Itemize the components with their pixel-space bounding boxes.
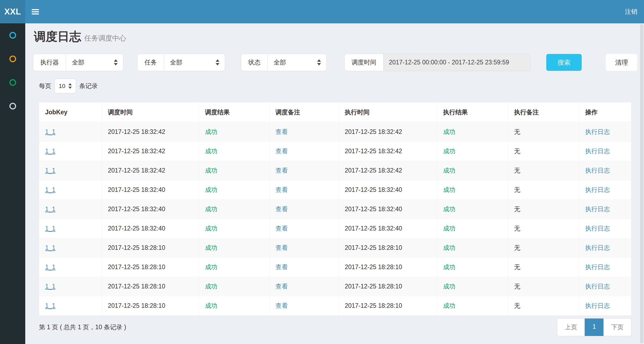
sidebar-item-3[interactable]	[0, 71, 25, 94]
handle-msg: 无	[514, 206, 520, 213]
table-cell: 成功	[437, 238, 508, 258]
prev-page-button[interactable]: 上页	[557, 319, 585, 336]
sidebar-toggle-button[interactable]	[25, 0, 45, 23]
column-header: 执行时间	[339, 103, 437, 122]
page-size-select[interactable]: 10	[55, 79, 76, 93]
app-logo[interactable]: XXL	[0, 0, 25, 23]
sidebar-item-1[interactable]	[0, 23, 25, 47]
page-size-control: 每页 10 条记录	[39, 79, 631, 93]
execution-log-link[interactable]: 执行日志	[585, 167, 610, 174]
trigger-result: 成功	[205, 244, 217, 251]
scrollbar-thumb[interactable]	[640, 24, 643, 343]
table-cell: 2017-12-25 18:28:10	[339, 277, 437, 296]
table-cell: 2017-12-25 18:32:40	[339, 180, 437, 200]
table-cell: 成功	[199, 258, 269, 277]
table-cell: 查看	[269, 142, 339, 161]
trigger-msg-link[interactable]: 查看	[276, 186, 288, 193]
sidebar-item-4[interactable]	[0, 94, 25, 118]
table-cell: 2017-12-25 18:28:10	[102, 277, 199, 296]
table-cell: 2017-12-25 18:28:10	[339, 296, 437, 316]
table-cell: 1_1	[39, 258, 102, 277]
handle-time: 2017-12-25 18:28:10	[345, 264, 402, 270]
trigger-msg-link[interactable]: 查看	[276, 244, 288, 251]
content-area: 调度日志任务调度中心 执行器 全部 任务 全部 状态 全部 调度时间	[25, 0, 644, 336]
job-select[interactable]: 全部	[164, 54, 225, 71]
handle-time: 2017-12-25 18:28:10	[345, 244, 402, 251]
hamburger-icon	[32, 13, 39, 14]
table-cell: 2017-12-25 18:28:10	[339, 258, 437, 277]
hamburger-icon	[32, 9, 39, 10]
trigger-msg-link[interactable]: 查看	[276, 148, 288, 155]
status-select[interactable]: 全部	[267, 54, 327, 71]
jobkey-link[interactable]: 1_1	[45, 186, 55, 193]
page-header: 调度日志任务调度中心	[33, 23, 637, 43]
clear-button[interactable]: 清理	[606, 54, 637, 71]
search-button[interactable]: 搜索	[546, 54, 582, 71]
jobkey-link[interactable]: 1_1	[45, 283, 55, 290]
circle-outline-icon	[9, 103, 16, 109]
table-cell: 无	[508, 219, 579, 238]
handle-result: 成功	[443, 206, 455, 213]
table-row: 1_12017-12-25 18:32:42成功查看2017-12-25 18:…	[39, 122, 631, 142]
handle-time: 2017-12-25 18:32:42	[345, 167, 402, 174]
jobkey-link[interactable]: 1_1	[45, 225, 55, 232]
table-cell: 成功	[437, 258, 508, 277]
table-cell: 执行日志	[579, 296, 631, 316]
trigger-msg-link[interactable]: 查看	[276, 206, 288, 213]
execution-log-link[interactable]: 执行日志	[585, 128, 610, 135]
trigger-msg-link[interactable]: 查看	[276, 225, 288, 232]
trigger-msg-link[interactable]: 查看	[276, 128, 288, 135]
sidebar-item-2[interactable]	[0, 47, 25, 71]
execution-log-link[interactable]: 执行日志	[585, 206, 610, 213]
trigger-result: 成功	[205, 302, 217, 309]
execution-log-link[interactable]: 执行日志	[585, 225, 610, 232]
execution-log-link[interactable]: 执行日志	[585, 186, 610, 193]
jobkey-link[interactable]: 1_1	[45, 264, 55, 270]
trigger-time-range-input[interactable]: 2017-12-25 00:00:00 - 2017-12-25 23:59:5…	[383, 54, 530, 71]
table-cell: 查看	[269, 161, 339, 180]
table-cell: 成功	[437, 200, 508, 219]
handle-time: 2017-12-25 18:32:40	[345, 186, 402, 193]
trigger-msg-link[interactable]: 查看	[276, 264, 288, 270]
handle-result: 成功	[443, 244, 455, 251]
jobkey-link[interactable]: 1_1	[45, 206, 55, 213]
executor-select[interactable]: 全部	[66, 54, 123, 71]
jobkey-link[interactable]: 1_1	[45, 244, 55, 251]
schedule-log-table: JobKey调度时间调度结果调度备注执行时间执行结果执行备注操作 1_12017…	[39, 102, 631, 316]
execution-log-link[interactable]: 执行日志	[585, 302, 610, 309]
table-row: 1_12017-12-25 18:32:40成功查看2017-12-25 18:…	[39, 219, 631, 238]
execution-log-link[interactable]: 执行日志	[585, 283, 610, 290]
jobkey-link[interactable]: 1_1	[45, 302, 55, 309]
execution-log-link[interactable]: 执行日志	[585, 264, 610, 270]
select-stepper-icon	[317, 59, 321, 65]
pagination-summary: 第 1 页 ( 总共 1 页，10 条记录 )	[39, 323, 126, 331]
table-cell: 1_1	[39, 219, 102, 238]
table-cell: 执行日志	[579, 200, 631, 219]
table-cell: 2017-12-25 18:32:42	[339, 161, 437, 180]
trigger-result: 成功	[205, 283, 217, 290]
column-header: 执行备注	[508, 103, 579, 122]
trigger-msg-link[interactable]: 查看	[276, 167, 288, 174]
trigger-time: 2017-12-25 18:28:10	[108, 302, 165, 309]
trigger-msg-link[interactable]: 查看	[276, 302, 288, 309]
table-cell: 成功	[199, 200, 269, 219]
trigger-time-filter-label: 调度时间	[344, 54, 383, 71]
column-header: 执行结果	[437, 103, 508, 122]
table-cell: 2017-12-25 18:28:10	[339, 238, 437, 258]
current-page-button[interactable]: 1	[585, 319, 603, 336]
execution-log-link[interactable]: 执行日志	[585, 148, 610, 155]
trigger-msg-link[interactable]: 查看	[276, 283, 288, 290]
jobkey-link[interactable]: 1_1	[45, 128, 55, 135]
circle-outline-icon	[9, 32, 16, 39]
next-page-button[interactable]: 下页	[603, 319, 631, 336]
vertical-scrollbar[interactable]	[639, 23, 644, 344]
logout-link[interactable]: 注销	[618, 0, 644, 23]
execution-log-link[interactable]: 执行日志	[585, 244, 610, 251]
trigger-time: 2017-12-25 18:32:42	[108, 148, 165, 155]
status-filter-label: 状态	[241, 54, 267, 71]
jobkey-link[interactable]: 1_1	[45, 148, 55, 155]
table-cell: 查看	[269, 238, 339, 258]
table-cell: 无	[508, 180, 579, 200]
handle-result: 成功	[443, 167, 455, 174]
jobkey-link[interactable]: 1_1	[45, 167, 55, 174]
